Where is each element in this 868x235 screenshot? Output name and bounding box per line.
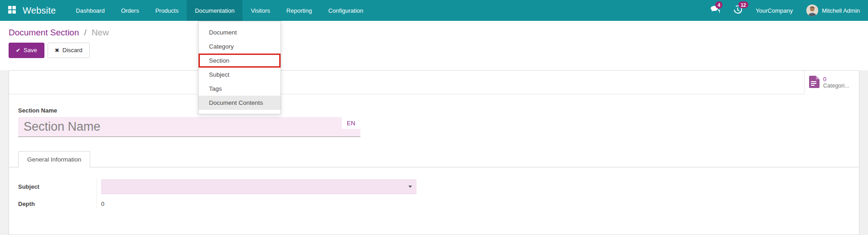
nav-item-dashboard[interactable]: Dashboard: [68, 0, 113, 21]
menu-item-section[interactable]: Section: [199, 54, 281, 68]
messages-count-badge: 4: [715, 1, 723, 9]
user-avatar: [806, 5, 818, 16]
content-area: 0 Categori... Section Name EN General In…: [0, 70, 868, 235]
save-button[interactable]: ✔Save: [9, 43, 44, 58]
categories-stat-button[interactable]: 0 Categori...: [804, 71, 859, 94]
control-panel: Document Section / New ✔Save ✖Discard: [0, 21, 868, 70]
breadcrumb-current: New: [92, 28, 109, 37]
general-info-form: Subject Depth 0: [18, 179, 850, 209]
nav-item-reporting[interactable]: Reporting: [278, 0, 320, 21]
section-name-input[interactable]: [18, 117, 360, 137]
subject-select[interactable]: [101, 179, 417, 194]
depth-label: Depth: [18, 200, 97, 209]
depth-value: 0: [101, 200, 850, 209]
document-icon: [809, 76, 820, 90]
apps-grid-icon: [8, 5, 16, 16]
stat-label: Categori...: [823, 83, 849, 89]
subject-label: Subject: [18, 179, 97, 200]
documentation-dropdown-menu: Document Category Section Subject Tags D…: [198, 21, 281, 114]
menu-item-tags[interactable]: Tags: [199, 82, 281, 96]
chevron-down-icon: [408, 186, 412, 188]
form-sheet: 0 Categori... Section Name EN General In…: [9, 70, 859, 235]
activities-button[interactable]: 12: [733, 5, 742, 16]
menu-item-subject[interactable]: Subject: [199, 68, 281, 82]
nav-item-orders[interactable]: Orders: [113, 0, 147, 21]
nav-item-documentation[interactable]: Documentation: [187, 0, 242, 21]
breadcrumb-parent-link[interactable]: Document Section: [9, 28, 79, 37]
nav-item-visitors[interactable]: Visitors: [242, 0, 278, 21]
tab-general-information[interactable]: General Information: [18, 151, 90, 167]
button-box: 0 Categori...: [9, 71, 859, 94]
user-name: Mitchell Admin: [822, 7, 860, 14]
menu-item-document[interactable]: Document: [199, 25, 281, 39]
language-badge[interactable]: EN: [342, 117, 360, 129]
stat-count: 0: [823, 76, 849, 83]
top-navbar: Website Dashboard Orders Products Docume…: [0, 0, 868, 21]
apps-menu-button[interactable]: [0, 0, 23, 21]
messages-button[interactable]: 4: [710, 5, 720, 15]
menu-item-document-contents[interactable]: Document Contents: [199, 96, 281, 110]
app-brand-title[interactable]: Website: [23, 0, 68, 21]
notebook-tabs: General Information: [9, 151, 859, 167]
menu-item-category[interactable]: Category: [199, 39, 281, 54]
nav-item-products[interactable]: Products: [147, 0, 187, 21]
check-icon: ✔: [16, 47, 20, 54]
user-menu[interactable]: Mitchell Admin: [806, 5, 860, 16]
breadcrumb: Document Section / New: [9, 28, 868, 38]
company-menu[interactable]: YourCompany: [756, 7, 793, 14]
discard-button[interactable]: ✖Discard: [48, 43, 90, 58]
activities-count-badge: 12: [738, 1, 748, 9]
section-name-label: Section Name: [18, 107, 850, 114]
x-icon: ✖: [55, 47, 59, 54]
breadcrumb-separator: /: [82, 28, 89, 37]
nav-item-configuration[interactable]: Configuration: [320, 0, 371, 21]
